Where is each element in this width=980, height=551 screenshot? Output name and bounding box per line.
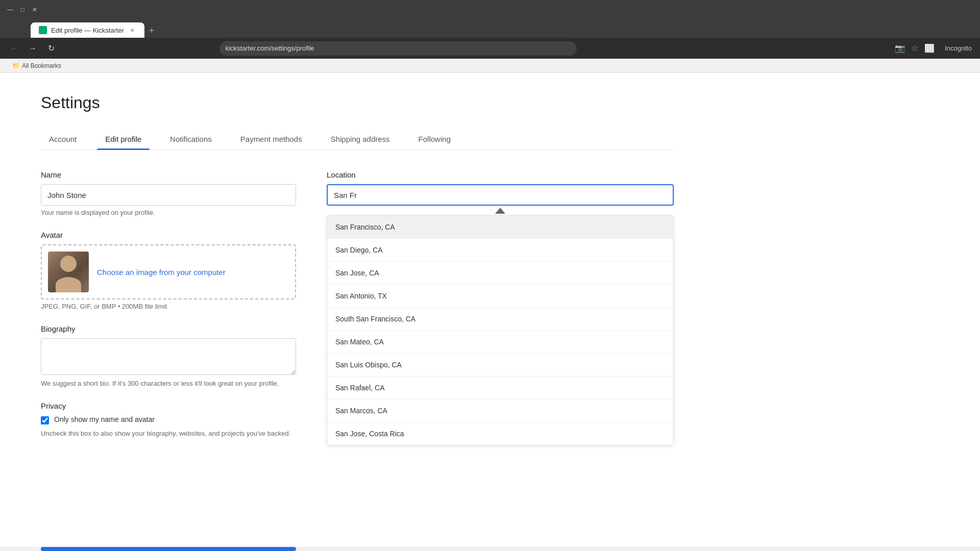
avatar-field-group: Avatar Choose an image from your compute… [41, 231, 296, 310]
biography-field-group: Biography We suggest a short bio. If it'… [41, 324, 296, 387]
new-tab-button[interactable]: + [144, 23, 159, 38]
privacy-checkbox-label: Only show my name and avatar [54, 415, 155, 423]
close-button[interactable]: ✕ [31, 6, 39, 14]
privacy-checkbox-row: Only show my name and avatar [41, 415, 296, 424]
biography-label: Biography [41, 324, 296, 333]
page-title: Settings [41, 93, 674, 112]
tablet-icon[interactable]: ⬜ [924, 43, 935, 53]
tab-notifications[interactable]: Notifications [162, 129, 220, 149]
browser-titlebar: — □ ✕ [0, 0, 980, 19]
tab-edit-profile[interactable]: Edit profile [97, 129, 150, 149]
browser-chrome: — □ ✕ Edit profile — Kickstarter ✕ + ← →… [0, 0, 980, 59]
form-left-column: Name Your name is displayed on your prof… [41, 170, 296, 460]
name-input[interactable] [41, 184, 296, 206]
location-field-group: Location San Francisco, CA San Diego, CA… [327, 170, 674, 445]
bookmarks-label: All Bookmarks [22, 62, 61, 69]
forward-button[interactable]: → [27, 44, 39, 53]
privacy-checkbox[interactable] [41, 416, 49, 424]
camera-off-icon: 📷 [895, 43, 905, 53]
address-bar: ← → ↻ kickstarter.com/settings/profile 📷… [0, 38, 980, 59]
bookmark-folder-icon: 📁 [12, 62, 20, 69]
active-browser-tab[interactable]: Edit profile — Kickstarter ✕ [31, 22, 144, 38]
privacy-hint: Uncheck this box to also show your biogr… [41, 430, 296, 437]
tab-close-button[interactable]: ✕ [128, 26, 136, 34]
dropdown-item-5[interactable]: San Mateo, CA [327, 331, 673, 354]
minimize-button[interactable]: — [6, 6, 14, 14]
biography-hint: We suggest a short bio. If it's 300 char… [41, 380, 296, 387]
dropdown-arrow-icon [495, 208, 505, 214]
incognito-label: Incognito [945, 44, 972, 52]
location-input[interactable] [327, 184, 674, 206]
avatar-format-hint: JPEG, PNG, GIF, or BMP • 200MB file limi… [41, 303, 296, 310]
maximize-button[interactable]: □ [18, 6, 27, 14]
tab-account[interactable]: Account [41, 129, 85, 149]
form-layout: Name Your name is displayed on your prof… [41, 170, 674, 460]
tab-following[interactable]: Following [410, 129, 459, 149]
tab-payment-methods[interactable]: Payment methods [232, 129, 310, 149]
page-content: Settings Account Edit profile Notificati… [0, 73, 715, 480]
dropdown-item-7[interactable]: San Rafael, CA [327, 377, 673, 399]
bookmarks-bar: 📁 All Bookmarks [0, 59, 980, 73]
tab-favicon [39, 26, 47, 34]
bookmarks-folder[interactable]: 📁 All Bookmarks [8, 62, 65, 69]
dropdown-item-2[interactable]: San Jose, CA [327, 262, 673, 285]
avatar-label: Avatar [41, 231, 296, 239]
url-text: kickstarter.com/settings/profile [226, 44, 314, 52]
name-hint: Your name is displayed on your profile. [41, 209, 296, 216]
name-field-group: Name Your name is displayed on your prof… [41, 170, 296, 216]
reload-button[interactable]: ↻ [45, 43, 57, 53]
browser-tab-bar: Edit profile — Kickstarter ✕ + [0, 19, 980, 38]
avatar-preview [48, 252, 89, 292]
avatar-upload-area[interactable]: Choose an image from your computer [41, 244, 296, 299]
dropdown-item-6[interactable]: San Luis Obispo, CA [327, 354, 673, 377]
location-label: Location [327, 170, 674, 179]
bookmark-icon[interactable]: ☆ [911, 43, 918, 53]
dropdown-item-1[interactable]: San Diego, CA [327, 239, 673, 262]
dropdown-item-0[interactable]: San Francisco, CA [327, 216, 673, 239]
choose-image-link[interactable]: Choose an image from your computer [97, 268, 226, 277]
privacy-label: Privacy [41, 402, 296, 410]
url-input[interactable]: kickstarter.com/settings/profile [219, 41, 577, 56]
dropdown-item-3[interactable]: San Antonio, TX [327, 285, 673, 308]
dropdown-item-8[interactable]: San Marcos, CA [327, 399, 673, 422]
privacy-section: Privacy Only show my name and avatar Unc… [41, 402, 296, 437]
form-right-column: Location San Francisco, CA San Diego, CA… [327, 170, 674, 460]
address-actions: 📷 ☆ ⬜ Incognito [895, 43, 972, 53]
name-label: Name [41, 170, 296, 179]
dropdown-item-4[interactable]: South San Francisco, CA [327, 308, 673, 331]
settings-tabs: Account Edit profile Notifications Payme… [41, 129, 674, 150]
back-button[interactable]: ← [8, 44, 20, 53]
dropdown-item-9[interactable]: San Jose, Costa Rica [327, 422, 673, 445]
biography-input[interactable] [41, 338, 296, 375]
window-controls[interactable]: — □ ✕ [6, 6, 39, 14]
location-dropdown: San Francisco, CA San Diego, CA San Jose… [327, 215, 674, 445]
tab-shipping-address[interactable]: Shipping address [323, 129, 398, 149]
tab-title: Edit profile — Kickstarter [51, 27, 124, 34]
